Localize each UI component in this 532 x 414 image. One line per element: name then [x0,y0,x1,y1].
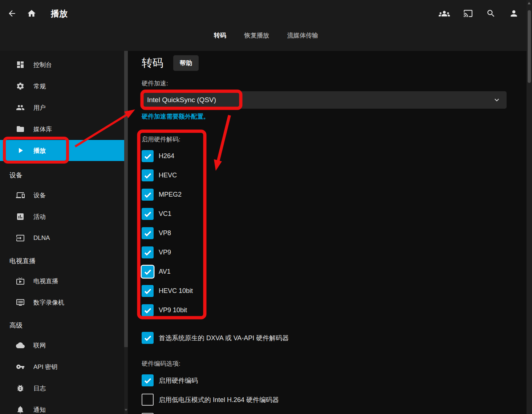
decode-codec-checkbox[interactable] [142,150,154,162]
decode-codec-row: AV1 [142,266,527,278]
decode-codec-label: HEVC [159,172,177,179]
dashboard-icon [16,60,25,69]
sidebar-section-header: 电视直播 [0,256,124,266]
transcoding-settings-panel: 转码 帮助 硬件加速: Intel QuickSync (QSV) 硬件加速需要… [128,51,527,414]
sidebar-item-label: 常规 [33,82,46,91]
top-bar-left: 播放 [0,8,68,19]
sidebar-item-key[interactable]: API 密钥 [0,358,124,375]
decode-codec-checkbox[interactable] [142,227,154,239]
decode-codec-row: VP8 [142,227,527,239]
decode-codec-checkbox[interactable] [142,304,154,316]
prefer-native-decoder-checkbox[interactable] [142,332,154,344]
decode-codec-label: MPEG2 [159,191,182,198]
hardware-acceleration-label: 硬件加速: [142,79,527,88]
sidebar-item-label: 数字录像机 [33,298,64,307]
dvr-icon [16,298,25,307]
sidebar-item-devices[interactable]: 设备 [0,186,124,204]
sidebar-item-label: 用户 [33,104,46,112]
sidebar-item-gear[interactable]: 常规 [0,77,124,95]
sidebar-item-label: 播放 [33,146,46,155]
cast-icon[interactable] [463,9,473,18]
decode-codec-label: VP9 [159,249,171,256]
sidebar-item-label: DLNA [33,234,50,242]
sidebar-item-folder[interactable]: 媒体库 [0,120,124,138]
decode-codec-checkbox[interactable] [142,285,154,297]
sidebar-item-cloud[interactable]: 联网 [0,337,124,354]
hardware-encoding-list: 启用硬件编码启用低电压模式的 Intel H.264 硬件编码器 [142,374,527,414]
live-tv-icon [16,277,25,285]
sidebar-item-label: 活动 [33,213,46,221]
sidebar-item-label: 电视直播 [33,277,58,285]
hardware-acceleration-value: Intel QuickSync (QSV) [147,96,216,104]
sidebar-item-label: 通知 [33,406,46,414]
decode-codec-label: HEVC 10bit [159,287,193,295]
help-button[interactable]: 帮助 [173,55,199,71]
groups-icon[interactable] [439,8,450,19]
sidebar-scrollbar[interactable] [124,51,128,414]
decode-codec-checkbox[interactable] [142,169,154,181]
person-icon[interactable] [509,9,519,18]
decode-codec-checkbox[interactable] [142,189,154,201]
bug-icon [16,384,25,393]
page-scroll-up-icon[interactable] [528,2,531,4]
sidebar-item-dvr[interactable]: 数字录像机 [0,294,124,311]
sidebar-item-input[interactable]: DLNA [0,229,124,247]
hardware-acceleration-select[interactable]: Intel QuickSync (QSV) [142,91,507,109]
decode-codec-row: VP9 [142,246,527,258]
encode-option-row: 启用低电压模式的 Intel H.264 硬件编码器 [142,394,527,406]
hardware-acceleration-note: 硬件加速需要额外配置。 [142,112,527,121]
prefer-native-decoder-row: 首选系统原生的 DXVA 或 VA-API 硬件解码器 [142,332,527,344]
decode-codec-label: AV1 [159,268,171,276]
sidebar-item-people[interactable]: 用户 [0,99,124,116]
activity-icon [16,212,25,221]
decode-codec-checkbox[interactable] [142,208,154,220]
search-icon[interactable] [486,9,496,18]
prefer-native-decoder-label: 首选系统原生的 DXVA 或 VA-API 硬件解码器 [159,334,289,342]
input-icon [16,234,25,242]
home-icon[interactable] [27,9,36,18]
hardware-decoding-label: 启用硬件解码: [142,135,527,144]
top-app-bar: 播放 转码恢复播放流媒体传输 [0,0,532,51]
sidebar-item-play[interactable]: 播放 [0,140,124,161]
sidebar-item-label: 日志 [33,384,46,393]
sidebar-item-label: 控制台 [33,61,52,69]
hardware-encoding-label: 硬件编码选项: [142,359,527,368]
devices-icon [16,191,25,200]
tab-streaming[interactable]: 流媒体传输 [287,30,319,41]
cloud-icon [16,341,25,350]
key-icon [16,362,25,371]
sidebar-scrollbar-thumb[interactable] [124,51,128,347]
sidebar-item-live-tv[interactable]: 电视直播 [0,272,124,290]
decode-codec-label: VP8 [159,229,171,237]
tab-resume[interactable]: 恢复播放 [244,30,270,41]
sidebar-item-bell[interactable]: 通知 [0,401,124,414]
page-scrollbar-thumb[interactable] [528,10,531,83]
decode-codec-label: VP9 10bit [159,306,187,314]
decode-codec-row: VC1 [142,208,527,220]
decode-codec-checkbox[interactable] [142,246,154,258]
sidebar-item-label: API 密钥 [33,363,57,371]
sidebar-scroll-down-icon[interactable] [125,409,127,411]
page-scrollbar[interactable] [527,0,532,414]
sidebar-item-label: 联网 [33,341,46,350]
encode-option-checkbox[interactable] [142,374,154,386]
decode-codec-row: H264 [142,150,527,162]
decode-codec-checkbox[interactable] [142,266,154,278]
sidebar-section-header: 设备 [0,170,124,180]
back-icon[interactable] [7,9,17,18]
encode-option-checkbox[interactable] [142,394,154,406]
decode-codec-label: H264 [159,152,174,160]
sidebar-item-activity[interactable]: 活动 [0,208,124,225]
section-heading: 转码 [142,56,163,71]
sidebar-item-dashboard[interactable]: 控制台 [0,56,124,73]
encode-option-label: 启用硬件编码 [159,376,198,385]
heading-row: 转码 帮助 [142,55,527,71]
play-icon [16,146,25,155]
gear-icon [16,82,25,91]
page-title: 播放 [51,8,68,19]
sidebar-item-label: 设备 [33,191,46,200]
tab-transcoding[interactable]: 转码 [213,30,227,41]
sidebar-section-header: 高级 [0,321,124,330]
sidebar-item-bug[interactable]: 日志 [0,379,124,397]
decode-codec-label: VC1 [159,210,171,218]
